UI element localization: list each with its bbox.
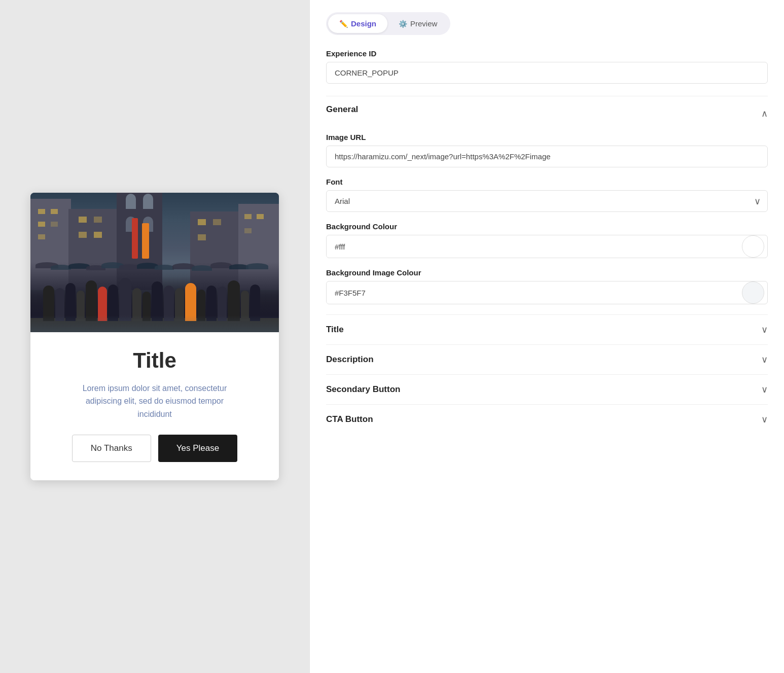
- title-section-label: Title: [326, 325, 344, 335]
- font-label: Font: [326, 178, 768, 186]
- experience-id-input[interactable]: [326, 62, 768, 84]
- title-chevron-icon: ∨: [761, 324, 768, 335]
- gear-icon: ⚙️: [399, 20, 407, 28]
- font-field: Font Arial Helvetica Times New Roman Geo…: [326, 178, 768, 212]
- image-url-input[interactable]: [326, 146, 768, 167]
- cta-button-chevron-icon: ∨: [761, 414, 768, 425]
- secondary-button-section-header[interactable]: Secondary Button ∨: [326, 374, 768, 404]
- preview-tab[interactable]: ⚙️ Preview: [387, 14, 448, 33]
- image-url-field: Image URL: [326, 133, 768, 178]
- font-select-wrapper: Arial Helvetica Times New Roman Georgia …: [326, 190, 768, 212]
- background-colour-label: Background Colour: [326, 222, 768, 231]
- popup-description: Lorem ipsum dolor sit amet, consectetur …: [68, 382, 241, 421]
- background-colour-field: Background Colour: [326, 222, 768, 258]
- preview-tab-label: Preview: [410, 19, 437, 28]
- background-image-colour-swatch[interactable]: [742, 281, 764, 304]
- image-url-label: Image URL: [326, 133, 768, 141]
- secondary-button-chevron-icon: ∨: [761, 384, 768, 395]
- description-section-header[interactable]: Description ∨: [326, 344, 768, 374]
- design-tab[interactable]: ✏️ Design: [328, 14, 387, 33]
- general-section: General ∧ Image URL Font Arial Helvetica…: [326, 104, 768, 304]
- background-image-colour-field: Background Image Colour: [326, 268, 768, 304]
- description-chevron-icon: ∨: [761, 354, 768, 365]
- no-thanks-button[interactable]: No Thanks: [72, 435, 151, 462]
- preview-panel: Title Lorem ipsum dolor sit amet, consec…: [0, 0, 309, 673]
- background-colour-swatch[interactable]: [742, 235, 764, 258]
- popup-content: Title Lorem ipsum dolor sit amet, consec…: [30, 332, 279, 481]
- popup-image: [30, 193, 279, 332]
- secondary-button-section-label: Secondary Button: [326, 384, 400, 395]
- yes-please-button[interactable]: Yes Please: [158, 435, 237, 462]
- popup-title: Title: [51, 348, 259, 373]
- background-image-colour-input-wrapper: [326, 281, 768, 304]
- pencil-icon: ✏️: [339, 20, 348, 28]
- cta-button-section-label: CTA Button: [326, 414, 373, 424]
- background-colour-input-wrapper: [326, 235, 768, 258]
- popup-buttons: No Thanks Yes Please: [51, 435, 259, 462]
- title-section-header[interactable]: Title ∨: [326, 314, 768, 344]
- experience-id-label: Experience ID: [326, 49, 768, 58]
- general-section-title: General: [326, 104, 358, 115]
- tab-switcher: ✏️ Design ⚙️ Preview: [326, 12, 450, 35]
- font-select[interactable]: Arial Helvetica Times New Roman Georgia: [326, 190, 768, 212]
- general-chevron-icon[interactable]: ∧: [761, 108, 768, 119]
- background-colour-input[interactable]: [327, 236, 742, 257]
- general-section-header: General ∧: [326, 104, 768, 123]
- background-image-colour-label: Background Image Colour: [326, 268, 768, 277]
- cta-button-section-header[interactable]: CTA Button ∨: [326, 404, 768, 434]
- settings-panel: ✏️ Design ⚙️ Preview Experience ID Gener…: [309, 0, 784, 673]
- popup-card: Title Lorem ipsum dolor sit amet, consec…: [30, 193, 279, 481]
- experience-id-field: Experience ID: [326, 49, 768, 94]
- design-tab-label: Design: [351, 19, 376, 28]
- description-section-label: Description: [326, 355, 374, 365]
- background-image-colour-input[interactable]: [327, 282, 742, 303]
